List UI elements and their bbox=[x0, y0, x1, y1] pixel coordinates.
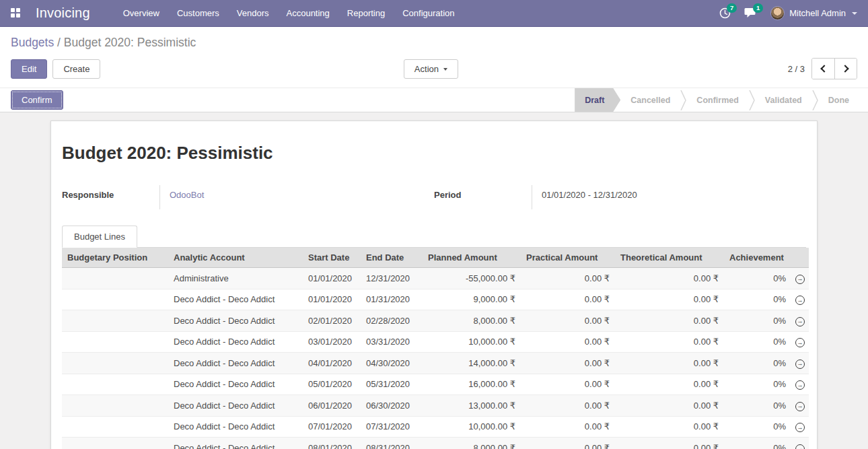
cell-start-date: 06/01/2020 bbox=[303, 395, 361, 417]
column-header-budgetary-position[interactable]: Budgetary Position bbox=[62, 248, 168, 268]
breadcrumb-budgets-link[interactable]: Budgets bbox=[11, 36, 54, 49]
cell-planned: 14,000.00 ₹ bbox=[423, 353, 521, 374]
cell-budgetary-position bbox=[62, 395, 168, 417]
user-name: Mitchell Admin bbox=[789, 8, 846, 18]
cell-planned: 8,000.00 ₹ bbox=[423, 310, 521, 332]
cell-budgetary-position bbox=[62, 268, 168, 289]
table-row[interactable]: Deco Addict - Deco Addict02/01/202002/28… bbox=[62, 310, 809, 332]
table-row[interactable]: Deco Addict - Deco Addict05/01/202005/31… bbox=[62, 374, 809, 395]
cell-end-date: 02/28/2020 bbox=[361, 310, 423, 332]
table-row[interactable]: Deco Addict - Deco Addict06/01/202006/30… bbox=[62, 395, 809, 417]
nav-item-customers[interactable]: Customers bbox=[168, 0, 228, 26]
nav-item-overview[interactable]: Overview bbox=[114, 0, 168, 26]
column-header-analytic-account[interactable]: Analytic Account bbox=[168, 248, 303, 268]
cell-analytic-account: Administrative bbox=[168, 268, 303, 289]
cell-internal-link: → bbox=[791, 310, 809, 332]
nav-item-vendors[interactable]: Vendors bbox=[228, 0, 278, 26]
apps-menu-icon[interactable] bbox=[11, 8, 21, 18]
pager: 2 / 3 bbox=[788, 58, 857, 79]
column-header-practical-amount[interactable]: Practical Amount bbox=[521, 248, 615, 268]
cell-analytic-account: Deco Addict - Deco Addict bbox=[168, 310, 303, 332]
internal-link-icon[interactable]: → bbox=[795, 275, 805, 284]
nav-item-configuration[interactable]: Configuration bbox=[394, 0, 463, 26]
cell-internal-link: → bbox=[791, 268, 809, 289]
tab-budget-lines[interactable]: Budget Lines bbox=[62, 226, 137, 248]
cell-start-date: 08/01/2020 bbox=[303, 438, 361, 449]
cell-theoretical: 0.00 ₹ bbox=[615, 310, 724, 332]
message-count-badge: 1 bbox=[753, 3, 763, 13]
column-header-end-date[interactable]: End Date bbox=[361, 248, 423, 268]
chevron-down-icon bbox=[852, 12, 857, 15]
step-separator-icon bbox=[749, 90, 755, 110]
status-step-validated[interactable]: Validated bbox=[755, 88, 812, 112]
cell-achievement: 0% bbox=[724, 310, 791, 332]
action-dropdown-button[interactable]: Action bbox=[404, 59, 458, 79]
cell-achievement: 0% bbox=[724, 289, 791, 310]
cell-practical: 0.00 ₹ bbox=[521, 268, 615, 289]
pager-previous-button[interactable] bbox=[812, 59, 834, 79]
internal-link-icon[interactable]: → bbox=[795, 338, 805, 347]
table-row[interactable]: Deco Addict - Deco Addict01/01/202001/31… bbox=[62, 289, 809, 310]
statusbar-steps: DraftCancelledConfirmedValidatedDone bbox=[575, 88, 868, 112]
nav-item-accounting[interactable]: Accounting bbox=[278, 0, 338, 26]
cell-practical: 0.00 ₹ bbox=[521, 416, 615, 438]
navbar-menu: OverviewCustomersVendorsAccountingReport… bbox=[114, 0, 464, 26]
nav-item-reporting[interactable]: Reporting bbox=[338, 0, 394, 26]
confirm-button[interactable]: Confirm bbox=[11, 90, 63, 110]
cell-internal-link: → bbox=[791, 353, 809, 374]
internal-link-icon[interactable]: → bbox=[795, 317, 805, 326]
edit-button[interactable]: Edit bbox=[11, 59, 47, 79]
internal-link-icon[interactable]: → bbox=[795, 402, 805, 411]
cell-planned: -55,000.00 ₹ bbox=[423, 268, 521, 289]
user-menu[interactable]: Mitchell Admin bbox=[770, 6, 857, 20]
internal-link-icon[interactable]: → bbox=[795, 444, 805, 449]
cell-theoretical: 0.00 ₹ bbox=[615, 374, 724, 395]
cell-analytic-account: Deco Addict - Deco Addict bbox=[168, 438, 303, 449]
chevron-right-icon bbox=[841, 65, 848, 72]
column-header-planned-amount[interactable]: Planned Amount bbox=[423, 248, 521, 268]
cell-budgetary-position bbox=[62, 374, 168, 395]
app-brand[interactable]: Invoicing bbox=[36, 5, 90, 21]
column-header-theoretical-amount[interactable]: Theoretical Amount bbox=[615, 248, 724, 268]
internal-link-icon[interactable]: → bbox=[795, 423, 805, 432]
cell-end-date: 05/31/2020 bbox=[361, 374, 423, 395]
table-row[interactable]: Deco Addict - Deco Addict07/01/202007/31… bbox=[62, 416, 809, 438]
internal-link-icon[interactable]: → bbox=[795, 380, 805, 390]
activities-button[interactable]: 7 bbox=[719, 7, 731, 19]
caret-down-icon bbox=[443, 68, 447, 71]
create-button[interactable]: Create bbox=[52, 59, 100, 79]
table-row[interactable]: Deco Addict - Deco Addict03/01/202003/31… bbox=[62, 331, 809, 353]
cell-analytic-account: Deco Addict - Deco Addict bbox=[168, 353, 303, 374]
status-step-cancelled[interactable]: Cancelled bbox=[620, 88, 680, 112]
cell-practical: 0.00 ₹ bbox=[521, 289, 615, 310]
internal-link-icon[interactable]: → bbox=[795, 296, 805, 305]
table-row[interactable]: Administrative01/01/202012/31/2020-55,00… bbox=[62, 268, 809, 289]
form-sheet: Budget 2020: Pessimistic Responsible Odo… bbox=[50, 120, 818, 449]
cell-end-date: 07/31/2020 bbox=[361, 416, 423, 438]
column-header-start-date[interactable]: Start Date bbox=[303, 248, 361, 268]
messages-button[interactable]: 1 bbox=[744, 7, 757, 19]
column-header-achievement[interactable]: Achievement bbox=[724, 248, 791, 268]
pager-next-button[interactable] bbox=[834, 59, 857, 79]
cell-end-date: 06/30/2020 bbox=[361, 395, 423, 417]
responsible-value-link[interactable]: OdooBot bbox=[170, 190, 204, 200]
field-groups: Responsible OdooBot Period 01/01/2020 - … bbox=[62, 185, 806, 209]
table-row[interactable]: Deco Addict - Deco Addict04/01/202004/30… bbox=[62, 353, 809, 374]
step-separator-icon bbox=[812, 90, 818, 110]
cell-start-date: 07/01/2020 bbox=[303, 416, 361, 438]
cell-theoretical: 0.00 ₹ bbox=[615, 395, 724, 417]
budget-lines-body: Administrative01/01/202012/31/2020-55,00… bbox=[62, 268, 809, 449]
cell-internal-link: → bbox=[791, 438, 809, 449]
status-step-confirmed[interactable]: Confirmed bbox=[686, 88, 749, 112]
breadcrumb-separator: / bbox=[54, 36, 64, 49]
cell-start-date: 03/01/2020 bbox=[303, 331, 361, 353]
cell-budgetary-position bbox=[62, 331, 168, 353]
table-row[interactable]: Deco Addict - Deco Addict08/01/202008/31… bbox=[62, 438, 809, 449]
cell-planned: 16,000.00 ₹ bbox=[423, 374, 521, 395]
cell-theoretical: 0.00 ₹ bbox=[615, 416, 724, 438]
status-step-done[interactable]: Done bbox=[818, 88, 859, 112]
pager-count[interactable]: 2 / 3 bbox=[788, 64, 805, 74]
internal-link-icon[interactable]: → bbox=[795, 359, 805, 369]
status-step-draft[interactable]: Draft bbox=[575, 88, 620, 112]
cell-analytic-account: Deco Addict - Deco Addict bbox=[168, 289, 303, 310]
